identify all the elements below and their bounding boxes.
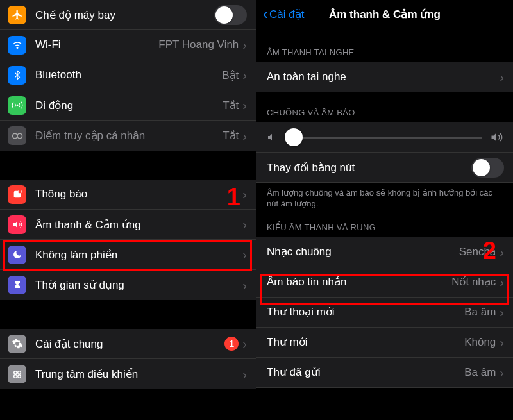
screentime-label: Thời gian sử dụng [35,278,242,292]
gear-icon [8,335,26,353]
chevron-right-icon: › [500,366,504,379]
texttone-value: Nốt nhạc [451,275,496,289]
dnd-label: Không làm phiền [35,248,242,262]
sounds-icon [8,215,26,234]
notifications-label: Thông báo [35,188,242,201]
group-general: Cài đặt chung 1 › Trung tâm điều khiển › [0,329,256,389]
notifications-icon [8,185,26,204]
wifi-value: FPT Hoang Vinh [158,38,239,51]
svg-rect-6 [17,371,21,374]
chevron-right-icon: › [242,130,247,142]
change-with-buttons-toggle[interactable] [471,158,504,178]
volume-low-icon [267,132,277,142]
hourglass-icon [8,276,26,294]
newmail-label: Thư mới [267,335,464,349]
row-airplane-mode[interactable]: Chế độ máy bay [0,0,256,30]
chevron-right-icon: › [500,306,504,319]
svg-rect-7 [13,374,17,378]
row-general[interactable]: Cài đặt chung 1 › [0,329,256,359]
airplane-toggle[interactable] [214,5,247,25]
group-header-ringer: CHUÔNG VÀ ÂM BÁO [256,92,513,122]
airplane-label: Chế độ máy bay [35,8,214,22]
row-headphone-safety[interactable]: An toàn tai nghe › [256,62,513,92]
row-sounds-haptics[interactable]: Âm thanh & Cảm ứng › [0,210,256,240]
ringer-footer-note: Âm lượng chuông và âm báo sẽ không bị ản… [256,183,513,212]
svg-point-1 [12,133,17,139]
chevron-right-icon: › [242,38,247,51]
control-center-icon [8,365,26,383]
texttone-label: Âm báo tin nhắn [267,275,451,289]
chevron-right-icon: › [242,279,247,292]
chevron-right-icon: › [242,218,247,231]
row-voicemail[interactable]: Thư thoại mới Ba âm › [256,298,513,328]
bluetooth-icon [8,66,26,85]
general-label: Cài đặt chung [35,337,224,351]
hotspot-label: Điểm truy cập cá nhân [35,129,223,142]
change-with-buttons-label: Thay đổi bằng nút [267,161,471,174]
ringtone-label: Nhạc chuông [267,245,459,258]
moon-icon [8,246,26,264]
row-dnd[interactable]: Không làm phiền › [0,240,256,270]
row-ringtone[interactable]: Nhạc chuông Sencha › [256,237,513,267]
row-bluetooth[interactable]: Bluetooth Bật › [0,60,256,90]
hotspot-value: Tắt [223,129,239,142]
chevron-right-icon: › [242,69,247,81]
row-texttone[interactable]: Âm báo tin nhắn Nốt nhạc › [256,267,513,298]
chevron-right-icon: › [242,188,247,201]
row-cellular[interactable]: Di động Tắt › [0,90,256,121]
ringtone-value: Sencha [459,246,496,258]
nav-header: ‹ Cài đặt Âm thanh & Cảm ứng [256,0,513,28]
wifi-icon [8,36,26,55]
chevron-right-icon: › [242,368,247,381]
notification-badge: 1 [224,337,239,351]
chevron-right-icon: › [500,246,504,258]
row-newmail[interactable]: Thư mới Không › [256,328,513,358]
cellular-label: Di động [35,99,223,112]
row-control-center[interactable]: Trung tâm điều khiển › [0,359,256,389]
chevron-right-icon: › [500,276,504,289]
row-notifications[interactable]: Thông báo › [0,180,256,210]
svg-point-0 [16,105,18,106]
headphone-safety-label: An toàn tai nghe [267,71,500,83]
row-hotspot[interactable]: Điểm truy cập cá nhân Tắt › [0,121,256,151]
chevron-right-icon: › [242,99,247,112]
group-header-sound-patterns: KIỂU ÂM THANH VÀ RUNG [256,212,513,237]
cellular-icon [8,96,26,115]
wifi-label: Wi-Fi [35,38,158,51]
volume-slider[interactable] [285,137,482,139]
chevron-right-icon: › [500,336,504,349]
sentmail-label: Thư đã gửi [267,365,464,379]
svg-point-8 [17,374,21,378]
row-sentmail[interactable]: Thư đã gửi Ba âm › [256,358,513,388]
row-change-with-buttons[interactable]: Thay đổi bằng nút [256,153,513,183]
chevron-right-icon: › [500,71,504,83]
cellular-value: Tắt [223,99,239,112]
hotspot-icon [8,126,26,145]
bluetooth-value: Bật [222,69,239,82]
group-focus: Thông báo › Âm thanh & Cảm ứng › Không l… [0,180,256,300]
voicemail-label: Thư thoại mới [267,305,464,319]
control-center-label: Trung tâm điều khiển [35,367,242,381]
bluetooth-label: Bluetooth [35,69,222,81]
row-wifi[interactable]: Wi-Fi FPT Hoang Vinh › [0,30,256,60]
chevron-right-icon: › [242,337,247,350]
airplane-icon [8,6,26,24]
voicemail-value: Ba âm [464,306,496,319]
sounds-label: Âm thanh & Cảm ứng [35,218,242,231]
ringer-volume-slider-row [256,122,513,153]
nav-title: Âm thanh & Cảm ứng [263,8,507,21]
volume-high-icon [490,131,503,144]
settings-root-screen: Chế độ máy bay Wi-Fi FPT Hoang Vinh › Bl… [0,0,256,420]
chevron-right-icon: › [242,248,247,261]
sentmail-value: Ba âm [464,366,496,379]
svg-point-5 [13,371,17,374]
svg-point-2 [17,133,22,139]
svg-point-4 [18,190,21,193]
newmail-value: Không [464,336,496,349]
sounds-haptics-screen: ‹ Cài đặt Âm thanh & Cảm ứng ÂM THANH TA… [256,0,513,420]
slider-thumb[interactable] [285,128,303,146]
group-header-headphone: ÂM THANH TAI NGHE [256,28,513,62]
row-screentime[interactable]: Thời gian sử dụng › [0,270,256,300]
group-connectivity: Chế độ máy bay Wi-Fi FPT Hoang Vinh › Bl… [0,0,256,151]
